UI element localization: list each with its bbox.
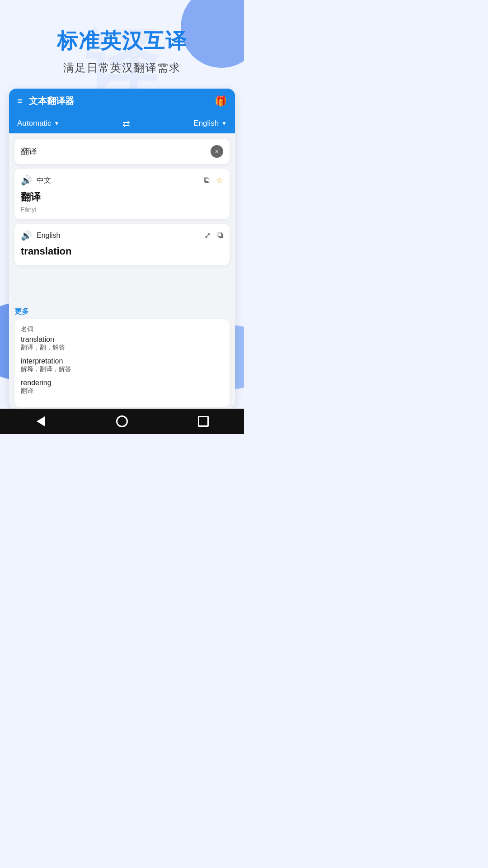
english-result-panel: 🔊 English ⤢ ⧉ translation: [14, 224, 230, 265]
app-card: ≡ 文本翻译器 🎁 Automatic ▼ ⇄ English ▼ 翻译 ×: [9, 89, 235, 409]
chinese-copy-icon[interactable]: ⧉: [204, 175, 210, 185]
dict-word-1: interpretation: [21, 357, 223, 365]
chinese-pinyin: Fānyì: [21, 206, 223, 213]
dict-meaning-1: 解释，翻译，解答: [21, 365, 223, 373]
main-content: 标准英汉互译 满足日常英汉翻译需求 ≡ 文本翻译器 🎁 Automatic ▼ …: [0, 0, 244, 434]
input-panel: 翻译 ×: [14, 139, 230, 164]
chinese-lang-label: 中文: [37, 176, 204, 185]
chinese-star-icon[interactable]: ☆: [216, 175, 223, 185]
target-language-label: English: [193, 119, 219, 128]
dict-meaning-2: 翻译: [21, 387, 223, 395]
dict-entry-2: rendering 翻译: [21, 379, 223, 395]
language-selector-bar: Automatic ▼ ⇄ English ▼: [9, 113, 235, 133]
back-button[interactable]: [32, 412, 50, 430]
source-language-label: Automatic: [17, 119, 52, 128]
source-language-button[interactable]: Automatic ▼: [17, 119, 59, 128]
input-text[interactable]: 翻译: [21, 146, 211, 157]
english-copy-icon[interactable]: ⧉: [217, 231, 223, 241]
menu-icon[interactable]: ≡: [17, 96, 23, 106]
app-header-bar: ≡ 文本翻译器 🎁: [9, 89, 235, 113]
clear-input-button[interactable]: ×: [211, 145, 223, 158]
swap-languages-icon[interactable]: ⇄: [122, 118, 130, 129]
home-button[interactable]: [113, 412, 131, 430]
gift-icon[interactable]: 🎁: [215, 95, 227, 107]
dict-entry-0: translation 翻译，翻，解答: [21, 335, 223, 352]
english-lang-label: English: [37, 231, 204, 240]
english-speaker-icon[interactable]: 🔊: [21, 230, 32, 241]
clear-icon: ×: [215, 148, 219, 155]
target-lang-chevron-down-icon: ▼: [221, 120, 227, 127]
english-open-icon[interactable]: ⤢: [204, 231, 211, 241]
dict-word-0: translation: [21, 335, 223, 344]
nav-bar: [0, 409, 244, 434]
chinese-speaker-icon[interactable]: 🔊: [21, 175, 32, 186]
chinese-result-text: 翻译: [21, 190, 223, 204]
more-label: 更多: [14, 307, 230, 316]
dict-pos: 名词: [21, 326, 223, 334]
chinese-result-header: 🔊 中文 ⧉ ☆: [21, 175, 223, 186]
hero-section: 标准英汉互译 满足日常英汉翻译需求: [0, 0, 244, 89]
dict-meaning-0: 翻译，翻，解答: [21, 344, 223, 352]
chinese-result-panel: 🔊 中文 ⧉ ☆ 翻译 Fānyì: [14, 169, 230, 219]
app-title: 文本翻译器: [29, 95, 215, 107]
more-card: 名词 translation 翻译，翻，解答 interpretation 解释…: [14, 319, 230, 407]
hero-subtitle: 满足日常英汉翻译需求: [18, 61, 226, 75]
dict-entry-1: interpretation 解释，翻译，解答: [21, 357, 223, 373]
more-section: 更多 名词 translation 翻译，翻，解答 interpretation…: [9, 303, 235, 409]
target-language-button[interactable]: English ▼: [193, 119, 227, 128]
english-panel-actions: ⤢ ⧉: [204, 231, 223, 241]
english-result-header: 🔊 English ⤢ ⧉: [21, 230, 223, 241]
dict-word-2: rendering: [21, 379, 223, 387]
hero-title: 标准英汉互译: [18, 27, 226, 55]
english-result-text: translation: [21, 245, 223, 257]
chinese-panel-actions: ⧉ ☆: [204, 175, 223, 185]
source-lang-chevron-down-icon: ▼: [54, 120, 60, 127]
recents-button[interactable]: [194, 412, 212, 430]
translation-panels: 翻译 × 🔊 中文 ⧉ ☆ 翻译 Fānyì: [9, 133, 235, 303]
